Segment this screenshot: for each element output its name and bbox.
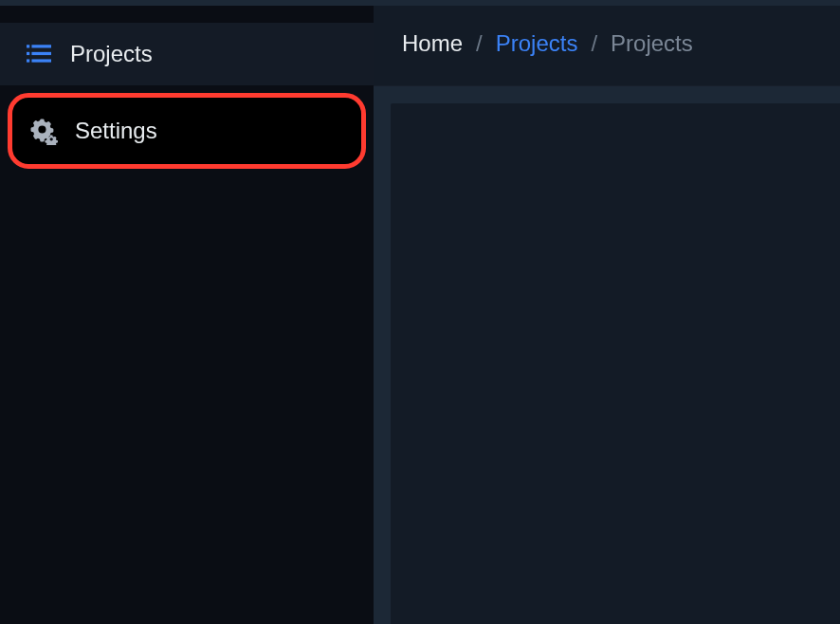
- svg-rect-0: [27, 45, 29, 47]
- sidebar-item-settings[interactable]: Settings: [8, 93, 366, 169]
- breadcrumb: Home / Projects / Projects: [374, 6, 840, 86]
- svg-rect-3: [31, 52, 51, 55]
- sidebar-item-label: Projects: [70, 41, 153, 67]
- svg-rect-5: [31, 59, 51, 62]
- list-icon: [25, 40, 53, 68]
- breadcrumb-sep: /: [476, 30, 483, 57]
- content-panel: [391, 103, 840, 624]
- content-wrap: [374, 86, 840, 624]
- gears-icon: [29, 117, 58, 145]
- main: Home / Projects / Projects: [374, 6, 840, 624]
- svg-rect-1: [31, 45, 51, 47]
- breadcrumb-current: Projects: [611, 30, 693, 57]
- sidebar-item-label: Settings: [75, 118, 157, 144]
- sidebar-item-projects[interactable]: Projects: [0, 23, 374, 85]
- breadcrumb-home[interactable]: Home: [402, 30, 463, 57]
- svg-rect-4: [27, 59, 29, 62]
- layout: Projects Settings Home / Projects / Proj…: [0, 6, 840, 624]
- breadcrumb-link-projects[interactable]: Projects: [496, 30, 578, 57]
- svg-rect-2: [27, 52, 29, 55]
- sidebar: Projects Settings: [0, 6, 374, 624]
- breadcrumb-sep: /: [591, 30, 597, 57]
